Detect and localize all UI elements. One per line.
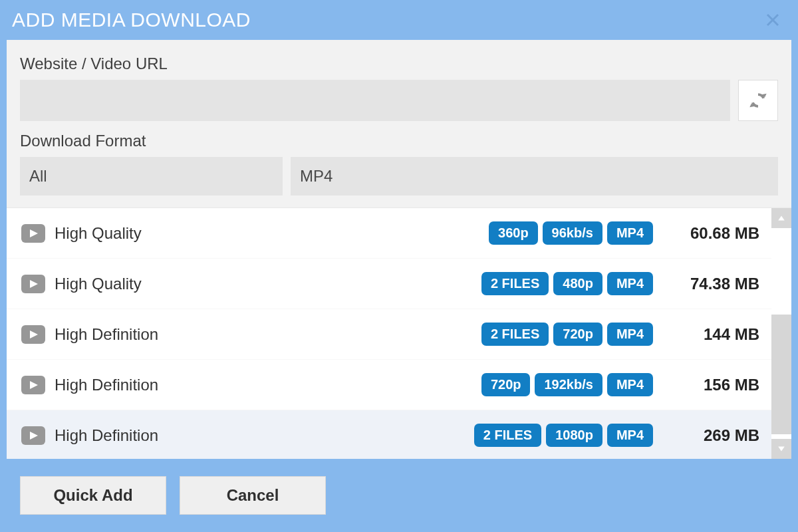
results-area: High Quality360p96kb/sMP460.68 MBHigh Qu… xyxy=(7,208,791,459)
format-type-value: MP4 xyxy=(300,167,332,186)
format-chip: 720p xyxy=(553,323,602,346)
format-filter-value: All xyxy=(29,167,47,186)
list-item[interactable]: High Quality2 FILES480pMP474.38 MB xyxy=(7,259,771,309)
refresh-icon xyxy=(747,90,769,111)
video-icon xyxy=(21,325,45,344)
url-row xyxy=(20,80,778,121)
format-chip: MP4 xyxy=(607,373,653,396)
format-row: All MP4 xyxy=(20,157,778,196)
video-icon xyxy=(21,275,45,293)
format-chip: 720p xyxy=(481,373,531,396)
url-field-label: Website / Video URL xyxy=(20,55,778,73)
upper-section: Website / Video URL Download Format All xyxy=(7,40,791,208)
results-list: High Quality360p96kb/sMP460.68 MBHigh Qu… xyxy=(7,208,771,459)
format-chip: 96kb/s xyxy=(543,221,602,245)
dialog-add-media-download: ADD MEDIA DOWNLOAD Website / Video URL D… xyxy=(0,0,798,532)
item-size: 156 MB xyxy=(673,376,759,394)
scroll-track[interactable] xyxy=(771,228,791,439)
item-size: 144 MB xyxy=(673,325,759,344)
format-chip: 2 FILES xyxy=(481,272,549,295)
titlebar: ADD MEDIA DOWNLOAD xyxy=(0,0,798,40)
video-icon xyxy=(21,224,45,243)
footer: Quick Add Cancel xyxy=(7,459,791,532)
format-chip: MP4 xyxy=(607,272,653,295)
format-chip: 360p xyxy=(489,221,538,245)
scroll-up-button[interactable] xyxy=(771,208,791,228)
format-chip: 480p xyxy=(553,272,602,295)
format-chip: MP4 xyxy=(607,323,653,346)
format-chip: 192kb/s xyxy=(535,373,602,396)
format-chip: MP4 xyxy=(607,424,653,447)
scroll-down-button[interactable] xyxy=(771,439,791,459)
content-panel: Website / Video URL Download Format All xyxy=(7,40,791,459)
item-size: 74.38 MB xyxy=(673,275,759,293)
close-icon xyxy=(766,13,779,27)
list-item[interactable]: High Definition720p192kb/sMP4156 MB xyxy=(7,360,771,410)
quick-add-button[interactable]: Quick Add xyxy=(20,476,166,515)
scrollbar[interactable] xyxy=(771,208,791,459)
item-title: High Definition xyxy=(55,426,158,445)
list-item[interactable]: High Definition2 FILES1080pMP4269 MB xyxy=(7,410,771,459)
item-title: High Definition xyxy=(55,376,158,394)
item-title: High Definition xyxy=(55,325,158,344)
format-type-select[interactable]: MP4 xyxy=(291,157,778,196)
format-chip: 2 FILES xyxy=(481,323,549,346)
format-field-label: Download Format xyxy=(20,132,778,150)
video-icon xyxy=(21,376,45,394)
chevron-down-icon xyxy=(777,445,785,453)
format-chip: MP4 xyxy=(607,221,653,245)
format-filter-select[interactable]: All xyxy=(20,157,283,196)
item-title: High Quality xyxy=(55,275,142,293)
list-item[interactable]: High Quality360p96kb/sMP460.68 MB xyxy=(7,208,771,259)
video-icon xyxy=(21,426,45,445)
item-size: 269 MB xyxy=(673,426,759,445)
item-size: 60.68 MB xyxy=(673,224,759,243)
item-title: High Quality xyxy=(55,224,142,243)
dialog-title: ADD MEDIA DOWNLOAD xyxy=(12,9,251,31)
refresh-button[interactable] xyxy=(738,80,778,121)
quick-add-label: Quick Add xyxy=(53,486,132,505)
cancel-label: Cancel xyxy=(227,486,279,505)
format-chip: 1080p xyxy=(546,424,602,447)
chevron-up-icon xyxy=(777,214,785,222)
close-button[interactable] xyxy=(759,7,786,33)
format-chip: 2 FILES xyxy=(474,424,541,447)
list-item[interactable]: High Definition2 FILES720pMP4144 MB xyxy=(7,309,771,360)
cancel-button[interactable]: Cancel xyxy=(180,476,326,515)
scroll-thumb[interactable] xyxy=(771,315,791,434)
url-input[interactable] xyxy=(20,80,730,121)
